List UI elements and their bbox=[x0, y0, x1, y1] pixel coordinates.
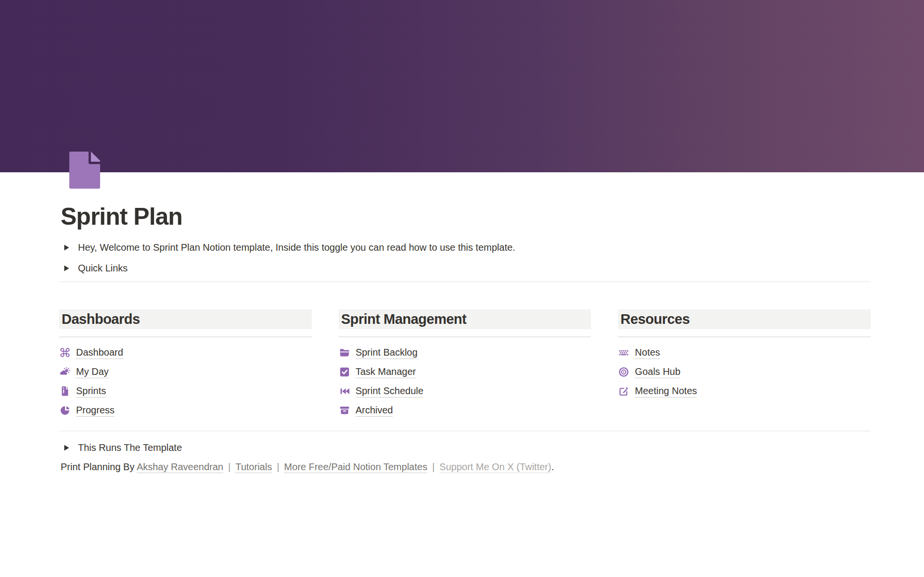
page-link-notes[interactable]: Notes bbox=[635, 347, 660, 359]
footer-separator: | bbox=[228, 462, 231, 472]
toggle-welcome-label: Hey, Welcome to Sprint Plan Notion templ… bbox=[78, 242, 515, 253]
footer-link-author[interactable]: Akshay Raveendran bbox=[137, 462, 223, 473]
page-icon[interactable] bbox=[69, 152, 100, 189]
skip-back-icon bbox=[339, 386, 350, 397]
toggle-quick-links[interactable]: Quick Links bbox=[64, 261, 128, 275]
page-link-sprint-backlog[interactable]: Sprint Backlog bbox=[356, 347, 418, 359]
page-link-task-manager[interactable]: Task Manager bbox=[356, 366, 416, 378]
list-item[interactable]: Archived bbox=[339, 401, 591, 420]
heading-resources: Resources bbox=[618, 309, 871, 329]
link-list: Sprint Backlog Task Manager bbox=[339, 343, 591, 420]
heading-sprint-management: Sprint Management bbox=[339, 309, 591, 329]
list-item[interactable]: ⌘ Dashboard bbox=[59, 343, 312, 362]
page-title: Sprint Plan bbox=[61, 203, 182, 231]
footer-separator: | bbox=[277, 462, 279, 472]
toggle-quick-links-label: Quick Links bbox=[78, 263, 128, 274]
edit-icon bbox=[618, 386, 629, 397]
column-dashboards: Dashboards ⌘ Dashboard bbox=[59, 309, 312, 420]
list-item[interactable]: My Day bbox=[59, 362, 312, 382]
toggle-triangle-icon[interactable] bbox=[64, 445, 69, 451]
page-link-sprints[interactable]: Sprints bbox=[76, 385, 106, 397]
footer-link-templates[interactable]: More Free/Paid Notion Templates bbox=[284, 462, 427, 473]
link-list: ⌘ Dashboard bbox=[59, 343, 312, 420]
column-layout: Dashboards ⌘ Dashboard bbox=[59, 309, 871, 420]
divider bbox=[339, 336, 591, 337]
page-link-progress[interactable]: Progress bbox=[76, 405, 115, 417]
divider bbox=[59, 336, 312, 337]
page-link-dashboard[interactable]: Dashboard bbox=[76, 347, 123, 359]
checkbox-icon bbox=[339, 367, 350, 377]
target-icon bbox=[618, 367, 629, 377]
column-resources: Resources Notes bbox=[618, 309, 871, 420]
footer-prefix: Print Planning By bbox=[61, 462, 137, 472]
list-item[interactable]: Meeting Notes bbox=[618, 382, 871, 401]
list-item[interactable]: Task Manager bbox=[339, 362, 591, 382]
footer-separator: | bbox=[432, 462, 435, 472]
document-icon bbox=[60, 386, 70, 397]
list-item[interactable]: Goals Hub bbox=[618, 362, 871, 382]
keyboard-icon bbox=[618, 347, 629, 358]
list-item[interactable]: Sprint Backlog bbox=[339, 343, 591, 362]
page-link-goals-hub[interactable]: Goals Hub bbox=[635, 366, 680, 378]
footer-link-support[interactable]: Support Me On X (Twitter) bbox=[439, 462, 551, 473]
divider bbox=[59, 282, 871, 282]
column-sprint-management: Sprint Management Sprint Backlog bbox=[339, 309, 591, 420]
toggle-runs-template[interactable]: This Runs The Template bbox=[64, 440, 182, 455]
command-icon: ⌘ bbox=[60, 347, 70, 358]
page-link-archived[interactable]: Archived bbox=[356, 405, 393, 417]
toggle-triangle-icon[interactable] bbox=[64, 265, 69, 271]
footer-link-tutorials[interactable]: Tutorials bbox=[235, 462, 272, 473]
list-item[interactable]: Notes bbox=[618, 343, 871, 362]
divider bbox=[59, 431, 871, 431]
pie-chart-icon bbox=[60, 405, 70, 416]
footer-credits: Print Planning By Akshay Raveendran|Tuto… bbox=[61, 461, 554, 474]
toggle-triangle-icon[interactable] bbox=[64, 244, 69, 251]
folder-icon bbox=[339, 347, 350, 358]
footer-period: . bbox=[551, 462, 554, 472]
toggle-runs-template-label: This Runs The Template bbox=[78, 442, 182, 453]
list-item[interactable]: Sprint Schedule bbox=[339, 382, 591, 401]
archive-icon bbox=[339, 405, 350, 416]
notion-page: Sprint Plan Hey, Welcome to Sprint Plan … bbox=[0, 0, 924, 577]
list-item[interactable]: Progress bbox=[59, 401, 312, 420]
divider bbox=[618, 336, 871, 337]
page-link-meeting-notes[interactable]: Meeting Notes bbox=[635, 385, 697, 397]
heading-dashboards: Dashboards bbox=[59, 309, 312, 329]
page-link-my-day[interactable]: My Day bbox=[76, 366, 109, 378]
cover-image[interactable] bbox=[0, 0, 924, 172]
sun-cloud-icon bbox=[60, 367, 70, 377]
toggle-welcome[interactable]: Hey, Welcome to Sprint Plan Notion templ… bbox=[64, 240, 515, 255]
link-list: Notes Goals Hub bbox=[618, 343, 871, 401]
list-item[interactable]: Sprints bbox=[59, 382, 312, 401]
page-link-sprint-schedule[interactable]: Sprint Schedule bbox=[356, 385, 424, 397]
document-page-icon bbox=[69, 152, 100, 189]
